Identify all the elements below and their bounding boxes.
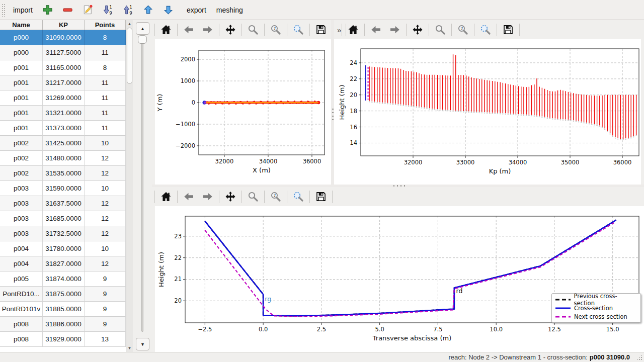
edit-section-button[interactable]: [79, 2, 97, 19]
table-row[interactable]: p00431827.000012: [0, 256, 126, 272]
zoom-selection-button[interactable]: [477, 22, 494, 38]
table-cell[interactable]: 31165.0000: [43, 60, 85, 75]
table-cell[interactable]: p003: [0, 211, 43, 226]
table-cell[interactable]: 9: [85, 287, 126, 302]
table-row[interactable]: p00131321.000011: [0, 106, 126, 121]
table-cell[interactable]: 12: [85, 226, 126, 241]
table-row[interactable]: p00231425.000010: [0, 136, 126, 151]
table-cell[interactable]: p001: [0, 90, 43, 106]
table-cell[interactable]: 8: [85, 60, 126, 75]
table-cell[interactable]: 31780.0000: [43, 241, 85, 256]
table-cell[interactable]: p001: [0, 106, 43, 121]
table-cell[interactable]: 12: [85, 256, 126, 272]
save-button[interactable]: [312, 22, 330, 38]
table-cell[interactable]: 31885.0000: [43, 302, 85, 317]
table-cell[interactable]: 31425.0000: [43, 136, 85, 151]
back-button[interactable]: [180, 22, 197, 38]
table-cell[interactable]: 11: [85, 75, 126, 90]
table-cell[interactable]: p002: [0, 166, 43, 181]
table-cell[interactable]: 31535.0000: [43, 166, 85, 181]
table-cell[interactable]: p003: [0, 226, 43, 241]
table-cell[interactable]: 10: [85, 181, 126, 196]
back-button[interactable]: [180, 189, 197, 205]
table-cell[interactable]: p008: [0, 332, 43, 347]
save-button[interactable]: [312, 189, 330, 205]
zoom-in-1-button[interactable]: [454, 22, 471, 38]
resize-grip[interactable]: [636, 354, 642, 360]
table-cell[interactable]: 11: [85, 45, 126, 60]
table-cell[interactable]: 9: [85, 302, 126, 317]
table-cell[interactable]: 8: [85, 30, 126, 45]
table-cell[interactable]: 31127.5000: [43, 45, 85, 60]
table-cell[interactable]: 12: [85, 196, 126, 211]
zoom-button[interactable]: [432, 22, 449, 38]
zoom-in-1-button[interactable]: [267, 189, 284, 205]
cross-section-figure[interactable]: −2.50.02.55.07.510.012.515.020212223Tran…: [155, 206, 644, 352]
slider-down-button[interactable]: ▼: [136, 338, 149, 350]
table-cell[interactable]: 9: [85, 317, 126, 332]
table-cell[interactable]: 31321.0000: [43, 106, 85, 121]
legend[interactable]: Previous cross-sectionCross-sectionNext …: [551, 293, 641, 323]
scrollbar-thumb[interactable]: [127, 28, 132, 84]
forward-button[interactable]: [199, 189, 216, 205]
table-cell[interactable]: p002: [0, 136, 43, 151]
table-cell[interactable]: 31637.5000: [43, 196, 85, 211]
table-cell[interactable]: 31217.0000: [43, 75, 85, 90]
table-cell[interactable]: 31732.5000: [43, 226, 85, 241]
table-cell[interactable]: 31090.0000: [43, 30, 85, 45]
table-cell[interactable]: 31269.0000: [43, 90, 85, 106]
move-down-button[interactable]: [160, 2, 177, 19]
table-scrollbar[interactable]: ▲ ▼: [126, 20, 133, 352]
table-row[interactable]: p00531874.00009: [0, 272, 126, 287]
table-row[interactable]: p00431780.000010: [0, 241, 126, 256]
table-cell[interactable]: 9: [85, 272, 126, 287]
sort-descending-button[interactable]: [100, 2, 117, 19]
home-button[interactable]: [345, 22, 362, 38]
plan-view-figure[interactable]: 320003400036000200010000−1000−2000X (m)Y…: [155, 39, 331, 185]
column-header-points[interactable]: Points: [85, 20, 126, 30]
table-cell[interactable]: 12: [85, 211, 126, 226]
scrollbar-down-arrow[interactable]: ▼: [126, 345, 133, 351]
table-cell[interactable]: 13: [85, 332, 126, 347]
move-up-button[interactable]: [140, 2, 157, 19]
toolbar-drag-handle[interactable]: [2, 4, 5, 17]
zoom-selection-button[interactable]: [290, 189, 307, 205]
table-row[interactable]: p00131217.000011: [0, 75, 126, 90]
table-row[interactable]: p00131269.000011: [0, 90, 126, 106]
remove-section-button[interactable]: [59, 2, 76, 19]
table-row[interactable]: p00831929.000013: [0, 332, 126, 347]
table-cell[interactable]: 31929.0000: [43, 332, 85, 347]
forward-button[interactable]: [199, 22, 216, 38]
table-row[interactable]: p00331590.000010: [0, 181, 126, 196]
table-row[interactable]: PontRD10...31875.00009: [0, 287, 126, 302]
table-row[interactable]: p00331732.500012: [0, 226, 126, 241]
table-cell[interactable]: p001: [0, 60, 43, 75]
table-cell[interactable]: p003: [0, 181, 43, 196]
table-cell[interactable]: PontRD101v: [0, 302, 43, 317]
table-cell[interactable]: 31827.0000: [43, 256, 85, 272]
zoom-selection-button[interactable]: [290, 22, 307, 38]
back-button[interactable]: [367, 22, 384, 38]
table-cell[interactable]: 31685.0000: [43, 211, 85, 226]
forward-button[interactable]: [386, 22, 404, 38]
table-cell[interactable]: 31886.0000: [43, 317, 85, 332]
save-button[interactable]: [500, 22, 517, 38]
table-cell[interactable]: 12: [85, 151, 126, 166]
table-row[interactable]: p00031090.00008: [0, 30, 126, 45]
import-button[interactable]: import: [8, 3, 38, 17]
table-cell[interactable]: 11: [85, 106, 126, 121]
zoom-button[interactable]: [245, 22, 262, 38]
pan-button[interactable]: [222, 189, 239, 205]
table-cell[interactable]: 31875.0000: [43, 287, 85, 302]
slider-track[interactable]: [141, 38, 143, 332]
table-cell[interactable]: 10: [85, 136, 126, 151]
pan-button[interactable]: [409, 22, 426, 38]
table-cell[interactable]: p005: [0, 272, 43, 287]
table-cell[interactable]: p001: [0, 75, 43, 90]
table-cell[interactable]: p002: [0, 151, 43, 166]
sort-ascending-button[interactable]: [120, 2, 137, 19]
column-header-name[interactable]: Name: [0, 20, 43, 30]
table-cell[interactable]: p000: [0, 30, 43, 45]
meshing-button[interactable]: meshing: [211, 3, 248, 17]
table-cell[interactable]: p008: [0, 317, 43, 332]
